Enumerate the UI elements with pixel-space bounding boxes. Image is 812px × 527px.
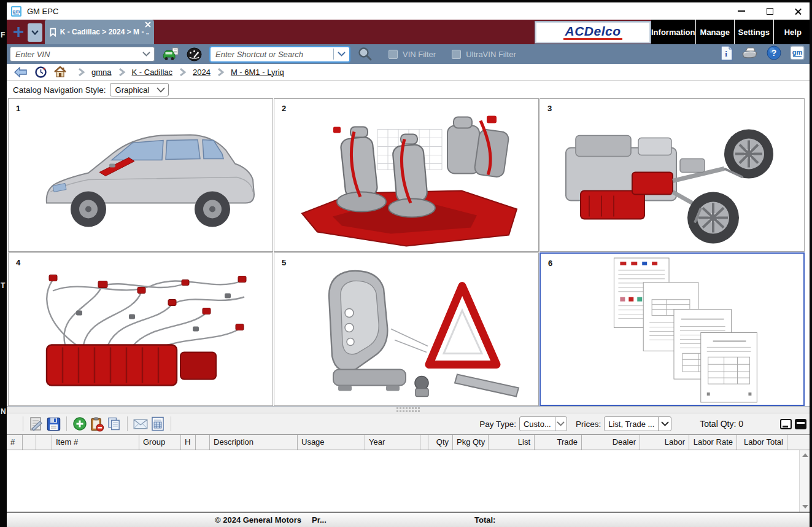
tab-list-dropdown-button[interactable] <box>28 23 42 42</box>
column-header-list[interactable]: List <box>489 435 535 450</box>
breadcrumb-link-year[interactable]: 2024 <box>193 68 211 77</box>
breadcrumb-link-make[interactable]: K - Cadillac <box>132 68 172 77</box>
expand-panel-button[interactable] <box>795 419 806 429</box>
vehicle-body-image <box>9 99 273 251</box>
maximize-button[interactable] <box>756 2 784 20</box>
ultravin-filter-checkbox[interactable] <box>452 50 461 59</box>
column-header-dealer[interactable]: Dealer <box>582 435 640 450</box>
thumbnail-seats-interior[interactable]: 2 <box>274 98 539 252</box>
worksheet-button[interactable] <box>29 416 44 431</box>
menu-information[interactable]: Information <box>651 20 695 44</box>
scroll-down-icon[interactable] <box>802 505 808 509</box>
column-header-h[interactable]: H <box>181 435 196 450</box>
gm-site-button[interactable]: gm <box>790 45 805 63</box>
chevron-right-icon <box>118 68 126 76</box>
clock-icon <box>35 66 47 78</box>
thumbnail-child-seat-accessories[interactable]: 5 <box>274 252 539 406</box>
shortcut-dropdown-button[interactable] <box>333 49 349 60</box>
history-button[interactable] <box>35 66 47 78</box>
catalog-nav-row: Catalog Navigation Style: Graphical <box>7 80 810 98</box>
information-page-button[interactable]: i <box>721 45 733 63</box>
pay-type-select[interactable]: Custo... <box>519 416 567 431</box>
thumbnail-wiring-harness[interactable]: 4 <box>8 252 273 406</box>
report-button[interactable] <box>150 416 165 431</box>
add-item-button[interactable] <box>72 416 87 431</box>
bookmark-icon <box>50 28 56 37</box>
panel-splitter[interactable] <box>7 406 810 413</box>
collapse-panel-button[interactable] <box>780 419 792 429</box>
total-qty: Total Qty: 0 <box>700 419 743 429</box>
column-header-labor-total[interactable]: Labor Total <box>737 435 787 450</box>
menu-help[interactable]: Help <box>773 20 812 44</box>
catalog-tab[interactable]: K - Cadillac > 2024 > M - ... <box>45 20 154 44</box>
email-button[interactable] <box>133 416 148 431</box>
column-header--[interactable]: # <box>7 435 23 450</box>
back-button[interactable] <box>14 67 28 77</box>
thumbnail-chassis-drivetrain[interactable]: 3 <box>539 98 805 252</box>
table-scrollbar[interactable] <box>799 450 810 512</box>
column-header-blank-6[interactable] <box>196 435 210 450</box>
home-button[interactable] <box>54 66 66 77</box>
parts-table-body <box>7 450 810 512</box>
column-header-labor[interactable]: Labor <box>640 435 689 450</box>
column-header-description[interactable]: Description <box>210 435 298 450</box>
column-header-labor-rate[interactable]: Labor Rate <box>689 435 737 450</box>
column-header-year[interactable]: Year <box>365 435 420 450</box>
column-header-pkg-qty[interactable]: Pkg Qty <box>453 435 489 450</box>
column-header-blank-2[interactable] <box>36 435 52 450</box>
column-header-trade[interactable]: Trade <box>535 435 582 450</box>
chevron-down-icon <box>142 52 150 57</box>
help-button[interactable]: ? <box>767 45 781 63</box>
thumbnail-number: 6 <box>548 259 552 268</box>
thumbnail-number: 4 <box>16 258 20 267</box>
thumbnail-number: 2 <box>282 104 286 113</box>
column-header-group[interactable]: Group <box>139 435 181 450</box>
thumbnail-number: 1 <box>16 104 20 113</box>
prices-select[interactable]: List, Trade ... <box>604 416 671 431</box>
thumbnail-vehicle-body[interactable]: 1 <box>8 98 273 252</box>
window-title: GM EPC <box>27 7 58 16</box>
breadcrumb-link-model[interactable]: M - 6M1 - Lyriq <box>231 68 284 77</box>
minimize-button[interactable] <box>727 2 756 20</box>
thumbnail-reference-documents[interactable]: 6 <box>539 252 805 406</box>
menu-manage[interactable]: Manage <box>695 20 735 44</box>
column-header-usage[interactable]: Usage <box>298 435 365 450</box>
vehicle-info-button[interactable] <box>162 47 179 61</box>
status-bar: © 2024 General Motors Pr... Total: <box>0 512 812 527</box>
child-seat-accessories-image <box>274 253 538 405</box>
chevron-right-icon <box>217 68 225 76</box>
new-tab-button[interactable] <box>12 25 25 39</box>
column-header-blank-19[interactable] <box>787 435 810 450</box>
chevron-right-icon <box>179 68 187 76</box>
chevron-down-icon <box>555 417 566 431</box>
info-document-icon: i <box>721 45 733 61</box>
column-header-qty[interactable]: Qty <box>428 435 453 450</box>
parts-toolbar: Pay Type: Custo... Prices: List, Trade .… <box>7 413 810 434</box>
shortcut-search-box <box>209 46 350 63</box>
copy-button[interactable] <box>107 416 122 431</box>
remove-from-list-button[interactable] <box>90 416 104 431</box>
back-arrow-icon <box>14 67 28 77</box>
title-bar: gm GM EPC <box>0 2 812 20</box>
catalog-nav-style-label: Catalog Navigation Style: <box>13 85 106 95</box>
dashboard-gauge-button[interactable] <box>187 47 202 61</box>
close-button[interactable] <box>784 2 812 20</box>
search-button[interactable] <box>358 47 373 61</box>
vin-input[interactable] <box>10 47 138 61</box>
catalog-nav-style-select[interactable]: Graphical <box>110 83 169 96</box>
column-header-item-[interactable]: Item # <box>52 435 139 450</box>
vin-dropdown-button[interactable] <box>138 52 154 57</box>
pay-type-label: Pay Type: <box>479 420 516 429</box>
breadcrumb-link-gmna[interactable]: gmna <box>91 68 112 77</box>
scroll-up-icon[interactable] <box>802 453 808 457</box>
shortcut-search-input[interactable] <box>211 47 333 61</box>
column-header-blank-1[interactable] <box>23 435 36 450</box>
save-button[interactable] <box>46 416 61 431</box>
menu-settings[interactable]: Settings <box>734 20 773 44</box>
print-button[interactable] <box>741 46 758 63</box>
vin-filter-checkbox[interactable] <box>389 50 398 59</box>
column-header-blank-10[interactable] <box>420 435 428 450</box>
gauge-icon <box>187 47 202 61</box>
tab-close-icon[interactable] <box>145 21 151 28</box>
background-letter: N <box>1 407 6 416</box>
